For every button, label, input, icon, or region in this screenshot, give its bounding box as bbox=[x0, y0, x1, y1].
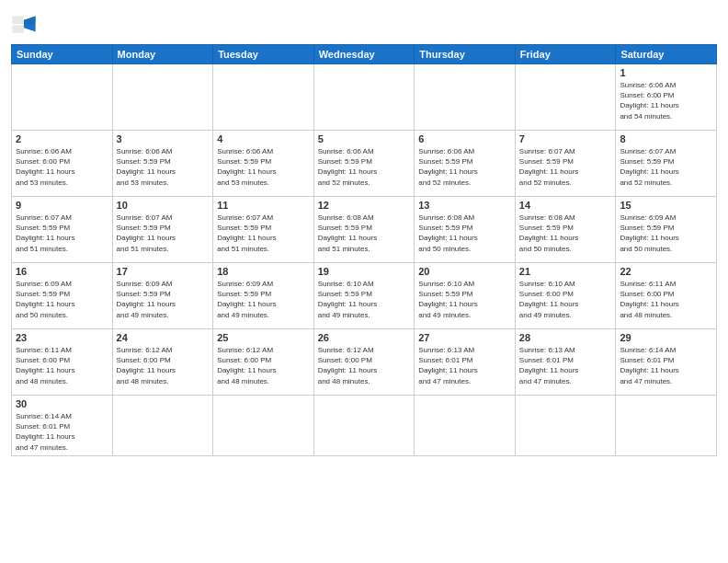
calendar-cell: 5Sunrise: 6:06 AM Sunset: 5:59 PM Daylig… bbox=[313, 131, 415, 197]
calendar-cell bbox=[415, 396, 516, 456]
calendar-cell bbox=[313, 396, 415, 456]
day-info: Sunrise: 6:14 AM Sunset: 6:01 PM Dayligh… bbox=[620, 345, 712, 386]
calendar-cell: 26Sunrise: 6:12 AM Sunset: 6:00 PM Dayli… bbox=[313, 329, 415, 396]
weekday-header-friday: Friday bbox=[515, 45, 616, 64]
svg-rect-0 bbox=[12, 17, 24, 24]
day-info: Sunrise: 6:11 AM Sunset: 6:00 PM Dayligh… bbox=[620, 279, 712, 320]
calendar-cell: 16Sunrise: 6:09 AM Sunset: 5:59 PM Dayli… bbox=[12, 263, 113, 329]
calendar-cell bbox=[112, 64, 213, 131]
day-info: Sunrise: 6:08 AM Sunset: 5:59 PM Dayligh… bbox=[418, 213, 511, 254]
calendar-cell: 13Sunrise: 6:08 AM Sunset: 5:59 PM Dayli… bbox=[415, 197, 516, 263]
day-number: 18 bbox=[217, 266, 310, 277]
calendar-cell bbox=[213, 64, 314, 131]
calendar-cell bbox=[415, 64, 516, 131]
day-number: 7 bbox=[519, 133, 612, 144]
day-number: 26 bbox=[318, 332, 411, 343]
calendar-cell bbox=[213, 396, 314, 456]
weekday-header-tuesday: Tuesday bbox=[213, 45, 314, 64]
calendar-cell bbox=[515, 64, 616, 131]
day-number: 30 bbox=[16, 398, 108, 409]
day-number: 9 bbox=[16, 200, 108, 211]
day-number: 22 bbox=[620, 266, 712, 277]
day-number: 29 bbox=[620, 332, 712, 343]
day-number: 14 bbox=[519, 200, 612, 211]
calendar-cell: 19Sunrise: 6:10 AM Sunset: 5:59 PM Dayli… bbox=[313, 263, 415, 329]
calendar-cell: 7Sunrise: 6:07 AM Sunset: 5:59 PM Daylig… bbox=[515, 131, 616, 197]
day-number: 23 bbox=[16, 332, 108, 343]
day-number: 2 bbox=[16, 133, 108, 144]
day-number: 3 bbox=[117, 133, 210, 144]
day-number: 20 bbox=[418, 266, 511, 277]
day-info: Sunrise: 6:06 AM Sunset: 5:59 PM Dayligh… bbox=[318, 146, 411, 188]
calendar-cell: 10Sunrise: 6:07 AM Sunset: 5:59 PM Dayli… bbox=[112, 197, 213, 263]
day-info: Sunrise: 6:09 AM Sunset: 5:59 PM Dayligh… bbox=[217, 279, 310, 320]
day-number: 13 bbox=[418, 200, 511, 211]
day-info: Sunrise: 6:09 AM Sunset: 5:59 PM Dayligh… bbox=[117, 279, 210, 320]
calendar-cell: 18Sunrise: 6:09 AM Sunset: 5:59 PM Dayli… bbox=[213, 263, 314, 329]
day-info: Sunrise: 6:10 AM Sunset: 5:59 PM Dayligh… bbox=[418, 279, 511, 320]
day-number: 25 bbox=[217, 332, 310, 343]
day-number: 6 bbox=[418, 133, 511, 144]
calendar-cell: 29Sunrise: 6:14 AM Sunset: 6:01 PM Dayli… bbox=[616, 329, 717, 396]
day-number: 11 bbox=[217, 200, 310, 211]
day-info: Sunrise: 6:10 AM Sunset: 5:59 PM Dayligh… bbox=[318, 279, 411, 320]
calendar-cell: 2Sunrise: 6:06 AM Sunset: 6:00 PM Daylig… bbox=[12, 131, 113, 197]
weekday-header-row: SundayMondayTuesdayWednesdayThursdayFrid… bbox=[12, 45, 717, 64]
calendar-cell: 17Sunrise: 6:09 AM Sunset: 5:59 PM Dayli… bbox=[112, 263, 213, 329]
day-number: 1 bbox=[620, 67, 712, 78]
calendar-cell bbox=[112, 396, 213, 456]
weekday-header-thursday: Thursday bbox=[415, 45, 516, 64]
day-info: Sunrise: 6:07 AM Sunset: 5:59 PM Dayligh… bbox=[16, 213, 108, 254]
week-row-3: 9Sunrise: 6:07 AM Sunset: 5:59 PM Daylig… bbox=[12, 197, 717, 263]
day-info: Sunrise: 6:12 AM Sunset: 6:00 PM Dayligh… bbox=[318, 345, 411, 386]
page: SundayMondayTuesdayWednesdayThursdayFrid… bbox=[0, 0, 728, 563]
day-number: 28 bbox=[519, 332, 612, 343]
calendar-cell: 14Sunrise: 6:08 AM Sunset: 5:59 PM Dayli… bbox=[515, 197, 616, 263]
svg-rect-1 bbox=[12, 25, 24, 32]
day-info: Sunrise: 6:09 AM Sunset: 5:59 PM Dayligh… bbox=[16, 279, 108, 320]
calendar-cell: 4Sunrise: 6:06 AM Sunset: 5:59 PM Daylig… bbox=[213, 131, 314, 197]
day-info: Sunrise: 6:06 AM Sunset: 6:00 PM Dayligh… bbox=[620, 80, 712, 121]
day-info: Sunrise: 6:06 AM Sunset: 5:59 PM Dayligh… bbox=[117, 146, 210, 188]
day-number: 27 bbox=[418, 332, 511, 343]
weekday-header-sunday: Sunday bbox=[12, 45, 113, 64]
day-number: 16 bbox=[16, 266, 108, 277]
week-row-4: 16Sunrise: 6:09 AM Sunset: 5:59 PM Dayli… bbox=[12, 263, 717, 329]
day-number: 5 bbox=[318, 133, 411, 144]
day-info: Sunrise: 6:06 AM Sunset: 6:00 PM Dayligh… bbox=[16, 146, 108, 188]
calendar-table: SundayMondayTuesdayWednesdayThursdayFrid… bbox=[11, 44, 717, 456]
week-row-2: 2Sunrise: 6:06 AM Sunset: 6:00 PM Daylig… bbox=[12, 131, 717, 197]
calendar-cell: 8Sunrise: 6:07 AM Sunset: 5:59 PM Daylig… bbox=[616, 131, 717, 197]
day-number: 24 bbox=[117, 332, 210, 343]
day-number: 12 bbox=[318, 200, 411, 211]
svg-marker-3 bbox=[24, 17, 36, 24]
calendar-cell bbox=[515, 396, 616, 456]
day-info: Sunrise: 6:07 AM Sunset: 5:59 PM Dayligh… bbox=[519, 146, 612, 188]
general-blue-logo-icon bbox=[11, 11, 37, 37]
day-number: 4 bbox=[217, 133, 310, 144]
calendar-cell: 30Sunrise: 6:14 AM Sunset: 6:01 PM Dayli… bbox=[12, 396, 113, 456]
day-info: Sunrise: 6:09 AM Sunset: 5:59 PM Dayligh… bbox=[620, 213, 712, 254]
calendar-cell: 12Sunrise: 6:08 AM Sunset: 5:59 PM Dayli… bbox=[313, 197, 415, 263]
day-info: Sunrise: 6:06 AM Sunset: 5:59 PM Dayligh… bbox=[418, 146, 511, 188]
day-info: Sunrise: 6:10 AM Sunset: 6:00 PM Dayligh… bbox=[519, 279, 612, 320]
calendar-cell bbox=[12, 64, 113, 131]
calendar-cell: 21Sunrise: 6:10 AM Sunset: 6:00 PM Dayli… bbox=[515, 263, 616, 329]
week-row-6: 30Sunrise: 6:14 AM Sunset: 6:01 PM Dayli… bbox=[12, 396, 717, 456]
day-info: Sunrise: 6:13 AM Sunset: 6:01 PM Dayligh… bbox=[418, 345, 511, 386]
day-info: Sunrise: 6:12 AM Sunset: 6:00 PM Dayligh… bbox=[217, 345, 310, 386]
calendar-cell: 20Sunrise: 6:10 AM Sunset: 5:59 PM Dayli… bbox=[415, 263, 516, 329]
day-info: Sunrise: 6:06 AM Sunset: 5:59 PM Dayligh… bbox=[217, 146, 310, 188]
day-info: Sunrise: 6:13 AM Sunset: 6:01 PM Dayligh… bbox=[519, 345, 612, 386]
day-number: 10 bbox=[117, 200, 210, 211]
calendar-cell bbox=[616, 396, 717, 456]
calendar-cell bbox=[313, 64, 415, 131]
day-info: Sunrise: 6:08 AM Sunset: 5:59 PM Dayligh… bbox=[519, 213, 612, 254]
day-info: Sunrise: 6:07 AM Sunset: 5:59 PM Dayligh… bbox=[217, 213, 310, 254]
calendar-cell: 27Sunrise: 6:13 AM Sunset: 6:01 PM Dayli… bbox=[415, 329, 516, 396]
weekday-header-wednesday: Wednesday bbox=[313, 45, 415, 64]
day-info: Sunrise: 6:08 AM Sunset: 5:59 PM Dayligh… bbox=[318, 213, 411, 254]
calendar-cell: 28Sunrise: 6:13 AM Sunset: 6:01 PM Dayli… bbox=[515, 329, 616, 396]
day-info: Sunrise: 6:11 AM Sunset: 6:00 PM Dayligh… bbox=[16, 345, 108, 386]
day-number: 19 bbox=[318, 266, 411, 277]
